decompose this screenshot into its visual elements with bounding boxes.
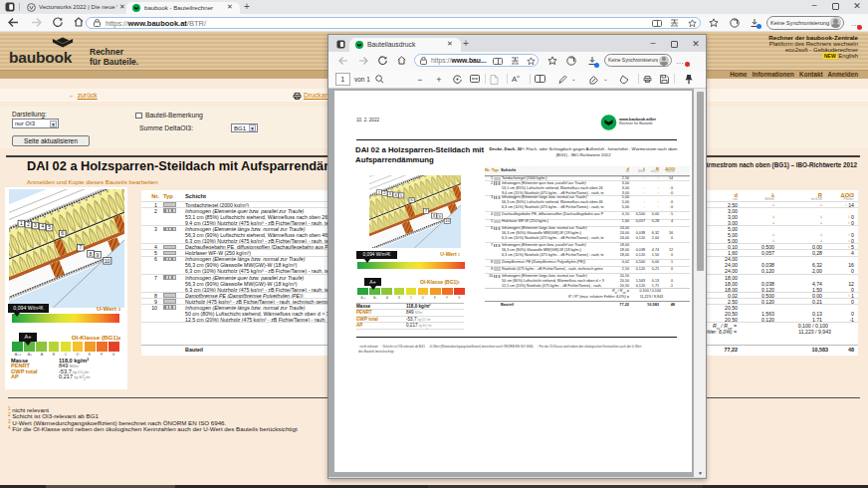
svg-text:7: 7 <box>79 245 82 251</box>
svg-text:4: 4 <box>41 223 44 229</box>
svg-text:3: 3 <box>34 222 37 228</box>
svg-text:5: 5 <box>48 224 51 230</box>
svg-text:2: 2 <box>27 221 30 227</box>
svg-text:10: 10 <box>105 258 110 264</box>
svg-text:1: 1 <box>20 220 23 226</box>
svg-text:7: 7 <box>425 208 427 213</box>
svg-text:2: 2 <box>383 190 385 195</box>
svg-text:1: 1 <box>378 190 380 195</box>
svg-text:9: 9 <box>97 252 100 258</box>
svg-text:9: 9 <box>438 214 440 219</box>
svg-text:6: 6 <box>61 230 64 236</box>
svg-text:8: 8 <box>90 251 93 257</box>
